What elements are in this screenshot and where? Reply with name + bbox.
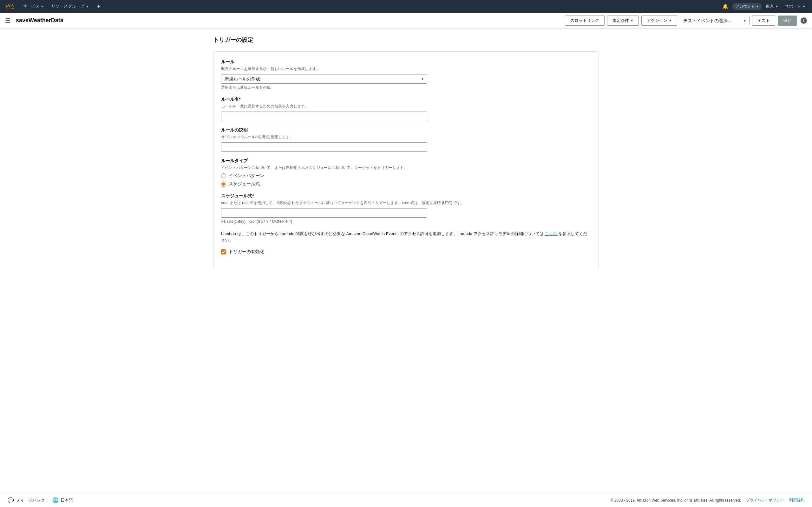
rule-name-group: ルール名* ルールを一意に識別するための名前を入力します。 30minutesC… — [221, 97, 591, 121]
terms-link[interactable]: 利用規約 — [789, 498, 804, 503]
feedback-button[interactable]: 💬 フィードバック — [8, 497, 45, 503]
test-event-select[interactable]: テストイベントの選択... — [680, 16, 750, 25]
main-content: トリガーの設定 ルール 既存のルールを選択するか、新しいルールを作成します。 新… — [0, 29, 812, 493]
rule-desc-hint: オプションでルールの説明を指定します。 — [221, 134, 591, 140]
actions-chevron-icon: ▼ — [669, 19, 672, 22]
rule-type-group: ルールタイプ イベントパターンに基づいて、または自動化されたスケジュールに基づい… — [221, 158, 591, 187]
info-link[interactable]: こちら — [545, 231, 558, 236]
actions-button[interactable]: アクション ▼ — [641, 15, 677, 26]
enable-trigger-group: トリガーの有効化 — [221, 249, 591, 255]
enable-trigger-checkbox[interactable] — [221, 249, 226, 255]
rule-desc-group: ルールの説明 オプションでルールの説明を指定します。 30分間隔で動作する — [221, 127, 591, 152]
account-selector[interactable]: アカウント ▼ — [732, 3, 762, 10]
radio-event-pattern[interactable]: イベントパターン — [221, 173, 591, 179]
rule-hint: 既存のルールを選択するか、新しいルールを作成します。 — [221, 66, 591, 72]
test-button[interactable]: テスト — [752, 15, 775, 26]
rule-desc-input[interactable]: 30分間隔で動作する — [221, 142, 427, 152]
region-selector[interactable]: 東京 ▼ — [763, 2, 781, 10]
rule-select-wrapper: 新規ルールの作成 — [221, 74, 427, 83]
copyright-text: © 2008 - 2019, Amazon Web Services, Inc.… — [611, 498, 741, 503]
throttling-button[interactable]: スロットリング — [565, 15, 605, 26]
schedule-group: スケジュール式* cron または rate 式を使用して、自動化されたスケジュ… — [221, 193, 591, 224]
hamburger-icon[interactable]: ☰ — [5, 17, 11, 24]
page-title: saveWeatherData — [16, 17, 63, 24]
footer: 💬 フィードバック 🌐 日本語 © 2008 - 2019, Amazon We… — [0, 493, 812, 507]
radio-event-input[interactable] — [221, 173, 226, 178]
rule-desc-label: ルールの説明 — [221, 127, 591, 133]
save-button[interactable]: 保存 — [778, 15, 797, 26]
rule-type-hint: イベントパターンに基づいて、または自動化されたスケジュールに基づいて、ターゲット… — [221, 165, 591, 170]
conditions-button[interactable]: 限定条件 ▼ — [607, 15, 639, 26]
section-title: トリガーの設定 — [213, 36, 599, 44]
services-nav[interactable]: サービス ▼ — [20, 2, 46, 10]
rule-type-radio-group: イベントパターン スケジュール式 — [221, 173, 591, 187]
help-icon[interactable]: ℹ — [801, 17, 807, 24]
test-event-selector-wrapper: テストイベントの選択... — [680, 16, 750, 25]
region-chevron-icon: ▼ — [775, 5, 778, 8]
resource-groups-chevron-icon: ▼ — [86, 5, 89, 8]
radio-schedule-label: スケジュール式 — [229, 181, 260, 187]
nav-right: 🔔 アカウント ▼ 東京 ▼ サポート ▼ — [720, 2, 808, 11]
rule-group: ルール 既存のルールを選択するか、新しいルールを作成します。 新規ルールの作成 … — [221, 59, 591, 90]
radio-schedule[interactable]: スケジュール式 — [221, 181, 591, 187]
resource-groups-nav[interactable]: リソースグループ ▼ — [49, 2, 91, 10]
privacy-link[interactable]: プライバシーポリシー — [746, 498, 784, 503]
rule-type-label: ルールタイプ — [221, 158, 591, 164]
trigger-config-card: ルール 既存のルールを選択するか、新しいルールを作成します。 新規ルールの作成 … — [213, 51, 599, 269]
globe-icon: 🌐 — [52, 497, 59, 503]
aws-logo-icon[interactable] — [4, 2, 15, 11]
info-text-before: Lambda は、このトリガーから Lambda 関数を呼び出すのに必要な Am… — [221, 231, 544, 236]
rule-sublabel: 選択または新規ルールを作成 — [221, 85, 591, 90]
rule-name-label: ルール名* — [221, 97, 591, 102]
rule-name-input[interactable]: 30minutesCron — [221, 112, 427, 121]
info-text-block: Lambda は、このトリガーから Lambda 関数を呼び出すのに必要な Am… — [221, 231, 591, 244]
footer-right: © 2008 - 2019, Amazon Web Services, Inc.… — [611, 498, 804, 503]
conditions-chevron-icon: ▼ — [630, 19, 633, 22]
rule-label: ルール — [221, 59, 591, 65]
feedback-icon: 💬 — [8, 497, 14, 503]
schedule-example: 例: rate(1 day)、cron(0 17 ? * MON-FRI *) — [221, 219, 591, 224]
rule-select[interactable]: 新規ルールの作成 — [221, 74, 427, 83]
radio-schedule-input[interactable] — [221, 181, 226, 187]
pin-icon[interactable]: ✦ — [94, 2, 103, 11]
content-area: トリガーの設定 ルール 既存のルールを選択するか、新しいルールを作成します。 新… — [203, 29, 609, 282]
rule-name-hint: ルールを一意に識別するための名前を入力します。 — [221, 104, 591, 109]
toolbar: ☰ saveWeatherData スロットリング 限定条件 ▼ アクション ▼… — [0, 13, 812, 29]
top-navigation: サービス ▼ リソースグループ ▼ ✦ 🔔 アカウント ▼ 東京 ▼ サポート … — [0, 0, 812, 13]
bell-icon[interactable]: 🔔 — [720, 2, 731, 11]
schedule-hint: cron または rate 式を使用して、自動化されたスケジュールに基づいてター… — [221, 200, 591, 206]
support-chevron-icon: ▼ — [803, 5, 806, 8]
radio-event-label: イベントパターン — [229, 173, 264, 179]
services-chevron-icon: ▼ — [41, 5, 44, 8]
schedule-label: スケジュール式* — [221, 193, 591, 199]
language-selector[interactable]: 🌐 日本語 — [52, 497, 73, 503]
footer-left: 💬 フィードバック 🌐 日本語 — [8, 497, 73, 503]
enable-trigger-label: トリガーの有効化 — [229, 249, 264, 255]
schedule-input[interactable]: cron(2/30 * * * ? *) — [221, 208, 427, 218]
support-nav[interactable]: サポート ▼ — [782, 2, 808, 10]
enable-trigger-checkbox-label[interactable]: トリガーの有効化 — [221, 249, 591, 255]
